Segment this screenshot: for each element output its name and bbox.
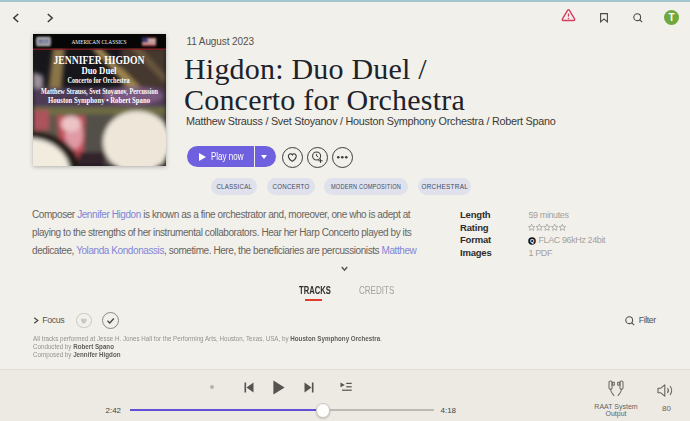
svg-text:CONCERTO: CONCERTO (273, 182, 310, 191)
svg-text:AMERICAN CLASSICS: AMERICAN CLASSICS (72, 38, 127, 46)
svg-text:CLASSICAL: CLASSICAL (216, 182, 252, 191)
svg-text:Houston Symphony • Robert Span: Houston Symphony • Robert Spano (48, 96, 150, 105)
svg-text:Concerto for Orchestra: Concerto for Orchestra (68, 76, 131, 85)
svg-text:Q: Q (530, 237, 534, 243)
svg-text:ORCHESTRAL: ORCHESTRAL (421, 182, 468, 191)
svg-text:MODERN COMPOSITION: MODERN COMPOSITION (331, 182, 401, 191)
svg-text:Duo Duel: Duo Duel (82, 65, 117, 76)
svg-text:Matthew Strauss, Svet Stoyanov: Matthew Strauss, Svet Stoyanov, Percussi… (41, 87, 159, 96)
svg-text:NAXOS: NAXOS (36, 39, 51, 44)
